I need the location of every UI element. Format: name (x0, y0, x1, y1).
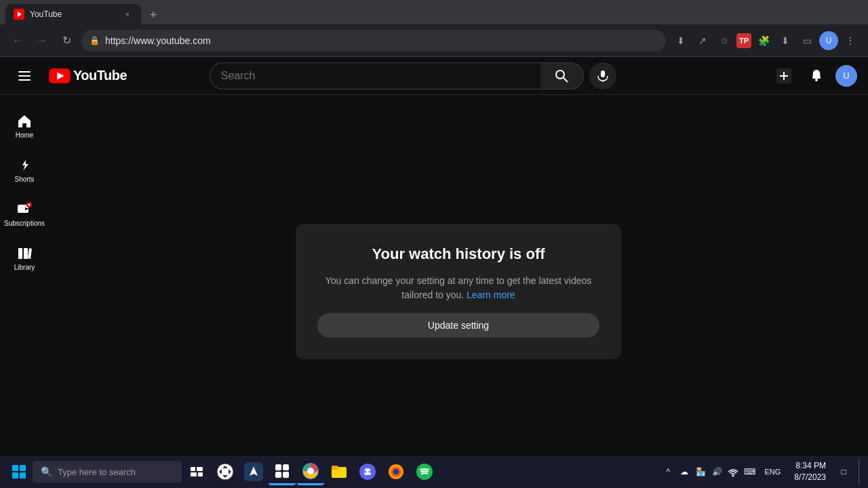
svg-rect-2 (18, 71, 31, 73)
eng-label[interactable]: ENG (762, 465, 783, 479)
active-tab[interactable]: YouTube × (5, 4, 141, 24)
bookmark-icon[interactable]: ☆ (715, 31, 734, 50)
search-button[interactable] (540, 62, 584, 89)
taskbar-clock[interactable]: 8:34 PM 8/7/2023 (789, 460, 831, 483)
tab-bar: YouTube × + (0, 0, 868, 24)
task-view-button[interactable] (184, 460, 209, 484)
update-setting-button[interactable]: Update setting (317, 313, 599, 338)
main-content: Your watch history is off You can change… (49, 95, 868, 488)
taskbar-app-taskview[interactable] (269, 458, 296, 485)
sidebar-subscriptions-label: Subscriptions (4, 220, 45, 227)
taskbar-app-firefox[interactable] (382, 458, 410, 485)
svg-rect-34 (275, 464, 281, 470)
content-area: Home Shorts (0, 95, 868, 488)
taskbar: 🔍 Type here to search (0, 455, 868, 488)
user-avatar[interactable]: U (835, 65, 857, 87)
taskbar-right: ^ ☁ 🏪 🔊 ⌨ ENG 8:34 PM 8/7/2023 □ (661, 458, 863, 485)
chrome-menu-icon[interactable]: ⋮ (841, 31, 860, 50)
taskbar-app-files[interactable] (326, 458, 353, 485)
svg-point-50 (732, 475, 734, 477)
system-tray: ^ ☁ 🏪 🔊 ⌨ (661, 465, 756, 479)
taskbar-app-discord[interactable] (354, 458, 381, 485)
learn-more-link[interactable]: Learn more (467, 289, 515, 300)
taskbar-app-soccer[interactable] (212, 458, 239, 485)
svg-rect-36 (275, 472, 281, 478)
speaker-icon[interactable]: 🔊 (710, 465, 724, 479)
sidebar-item-library[interactable]: Library (3, 238, 46, 279)
search-input[interactable] (210, 62, 540, 89)
windows-logo (12, 465, 26, 479)
taskbar-app-pen[interactable] (240, 458, 267, 485)
chrome-profile-avatar[interactable]: U (819, 31, 838, 50)
svg-marker-23 (28, 248, 32, 259)
sidebar-library-label: Library (14, 264, 35, 271)
download-page-icon[interactable]: ⬇ (671, 31, 690, 50)
store-icon[interactable]: 🏪 (694, 465, 707, 479)
lock-icon: 🔒 (90, 36, 100, 45)
header-actions: U (770, 62, 857, 89)
svg-rect-37 (283, 472, 289, 478)
youtube-app: YouTube (0, 57, 868, 488)
onedrive-icon[interactable]: ☁ (677, 465, 691, 479)
clock-date: 8/7/2023 (794, 472, 826, 483)
svg-rect-35 (283, 464, 289, 470)
tab-close-button[interactable]: × (122, 9, 133, 20)
svg-rect-4 (18, 79, 31, 81)
start-button[interactable] (5, 458, 33, 485)
sidebar-item-shorts[interactable]: Shorts (3, 150, 46, 191)
network-icon[interactable] (726, 465, 740, 479)
history-title: Your watch history is off (372, 245, 545, 263)
tab-favicon (14, 9, 24, 20)
svg-point-45 (369, 471, 371, 473)
sidebar-home-label: Home (16, 131, 34, 139)
history-description: You can change your setting at any time … (317, 274, 599, 302)
youtube-logo-text: YouTube (73, 68, 127, 83)
svg-point-48 (393, 469, 399, 474)
show-hidden-tray-icon[interactable]: ^ (661, 465, 675, 479)
youtube-header: YouTube (0, 57, 868, 95)
sidebar-toggle-icon[interactable]: ▭ (797, 31, 816, 50)
create-button[interactable] (770, 62, 797, 89)
forward-button[interactable]: → (33, 31, 52, 50)
sidebar-item-subscriptions[interactable]: Subscriptions (3, 194, 46, 235)
svg-rect-9 (601, 70, 605, 77)
search-container (210, 62, 616, 89)
new-tab-button[interactable]: + (144, 5, 163, 24)
notification-center-icon[interactable]: □ (837, 465, 850, 479)
clock-time: 8:34 PM (794, 460, 826, 472)
taskbar-app-spotify[interactable] (411, 458, 438, 485)
sidebar-shorts-label: Shorts (15, 176, 35, 183)
svg-rect-27 (198, 472, 203, 476)
address-bar: ← → ↻ 🔒 https://www.youtube.com ⬇ ↗ ☆ TP… (0, 24, 868, 57)
svg-line-8 (564, 78, 568, 82)
svg-point-44 (365, 471, 367, 473)
back-button[interactable]: ← (8, 31, 27, 50)
extensions-icon[interactable]: 🧩 (754, 31, 773, 50)
voice-search-button[interactable] (589, 62, 616, 89)
sidebar-item-home[interactable]: Home (3, 106, 46, 147)
taskbar-search[interactable]: 🔍 Type here to search (33, 461, 182, 483)
share-icon[interactable]: ↗ (693, 31, 712, 50)
downloads-icon[interactable]: ⬇ (776, 31, 795, 50)
svg-rect-24 (191, 467, 195, 471)
watch-history-card: Your watch history is off You can change… (296, 224, 621, 359)
notifications-button[interactable] (803, 62, 830, 89)
svg-point-7 (556, 70, 564, 79)
youtube-logo[interactable]: YouTube (49, 68, 127, 83)
refresh-button[interactable]: ↻ (57, 31, 76, 50)
svg-rect-21 (18, 248, 22, 259)
url-bar[interactable]: 🔒 https://www.youtube.com (81, 30, 666, 52)
tp-extension-icon[interactable]: TP (736, 33, 751, 48)
keyboard-icon[interactable]: ⌨ (743, 465, 756, 479)
url-text: https://www.youtube.com (105, 35, 658, 46)
svg-rect-25 (197, 467, 203, 471)
menu-button[interactable] (11, 62, 38, 89)
svg-rect-3 (18, 75, 31, 77)
taskbar-apps (212, 458, 438, 485)
svg-rect-14 (815, 79, 818, 81)
sidebar: Home Shorts (0, 95, 49, 488)
svg-rect-42 (332, 466, 338, 470)
svg-point-40 (308, 468, 313, 474)
show-desktop-button[interactable] (859, 458, 863, 485)
taskbar-app-chrome[interactable] (297, 458, 324, 485)
